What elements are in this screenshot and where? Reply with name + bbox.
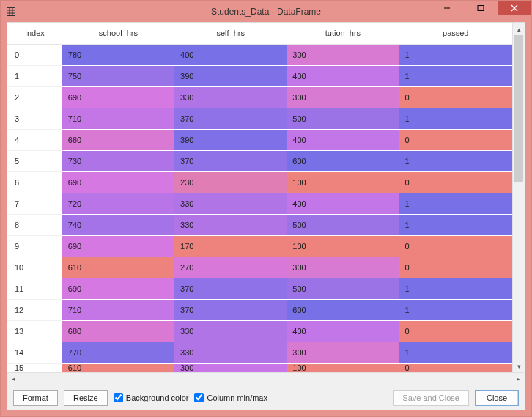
index-cell[interactable]: 1 [7, 65, 62, 86]
scroll-track[interactable] [513, 35, 525, 360]
titlebar[interactable]: Students_Data - DataFrame [1, 1, 531, 22]
data-cell[interactable]: 400 [287, 193, 399, 214]
data-cell[interactable]: 330 [174, 193, 287, 214]
table-row[interactable]: 87403305001 [7, 214, 512, 235]
table-row[interactable]: 136803304000 [7, 320, 512, 342]
data-cell[interactable]: 170 [174, 235, 287, 257]
index-cell[interactable]: 14 [7, 342, 62, 363]
index-cell[interactable]: 3 [7, 108, 62, 129]
table-row[interactable]: 17503904001 [7, 65, 512, 86]
data-cell[interactable]: 300 [174, 363, 287, 372]
data-cell[interactable]: 270 [174, 257, 287, 278]
data-cell[interactable]: 300 [287, 86, 399, 108]
data-cell[interactable]: 690 [62, 86, 174, 108]
data-cell[interactable]: 500 [287, 214, 399, 235]
col-header-self_hrs[interactable]: self_hrs [174, 23, 287, 44]
data-cell[interactable]: 710 [62, 299, 174, 320]
data-cell[interactable]: 0 [399, 171, 512, 193]
data-cell[interactable]: 1 [399, 108, 512, 129]
data-cell[interactable]: 500 [287, 278, 399, 299]
data-cell[interactable]: 0 [399, 129, 512, 150]
data-cell[interactable]: 1 [399, 342, 512, 363]
data-cell[interactable]: 400 [287, 65, 399, 86]
data-cell[interactable]: 1 [399, 65, 512, 86]
data-cell[interactable]: 370 [174, 108, 287, 129]
data-cell[interactable]: 100 [287, 235, 399, 257]
data-cell[interactable]: 750 [62, 65, 174, 86]
table-row[interactable]: 106102703000 [7, 257, 512, 278]
data-cell[interactable]: 390 [174, 129, 287, 150]
index-cell[interactable]: 2 [7, 86, 62, 108]
data-cell[interactable]: 1 [399, 193, 512, 214]
data-cell[interactable]: 780 [62, 44, 174, 65]
table-scroll[interactable]: Index school_hrs self_hrs tution_hrs pas… [7, 23, 512, 372]
index-cell[interactable]: 12 [7, 299, 62, 320]
data-cell[interactable]: 100 [287, 363, 399, 372]
data-cell[interactable]: 300 [287, 257, 399, 278]
data-cell[interactable]: 740 [62, 214, 174, 235]
index-cell[interactable]: 11 [7, 278, 62, 299]
col-header-passed[interactable]: passed [399, 23, 512, 44]
index-cell[interactable]: 10 [7, 257, 62, 278]
scroll-thumb[interactable] [514, 35, 523, 182]
data-cell[interactable]: 390 [174, 65, 287, 86]
data-cell[interactable]: 600 [287, 150, 399, 171]
table-row[interactable]: 26903303000 [7, 86, 512, 108]
table-row[interactable]: 96901701000 [7, 235, 512, 257]
maximize-button[interactable] [464, 1, 498, 15]
data-cell[interactable]: 1 [399, 278, 512, 299]
data-cell[interactable]: 610 [62, 257, 174, 278]
data-cell[interactable]: 330 [174, 320, 287, 342]
scroll-up-icon[interactable]: ▴ [513, 23, 525, 35]
scroll-right-icon[interactable]: ▸ [512, 373, 525, 385]
index-cell[interactable]: 7 [7, 193, 62, 214]
table-row[interactable]: 147703303001 [7, 342, 512, 363]
table-row[interactable]: 127103706001 [7, 299, 512, 320]
data-cell[interactable]: 0 [399, 235, 512, 257]
index-cell[interactable]: 8 [7, 214, 62, 235]
table-row[interactable]: 116903705001 [7, 278, 512, 299]
data-cell[interactable]: 690 [62, 235, 174, 257]
table-row[interactable]: 07804003001 [7, 44, 512, 65]
table-row[interactable]: 77203304001 [7, 193, 512, 214]
table-row[interactable]: 66902301000 [7, 171, 512, 193]
index-cell[interactable]: 15 [7, 363, 62, 372]
data-cell[interactable]: 770 [62, 342, 174, 363]
column-minmax-checkbox[interactable]: Column min/max [194, 393, 267, 402]
index-cell[interactable]: 9 [7, 235, 62, 257]
data-cell[interactable]: 1 [399, 44, 512, 65]
data-cell[interactable]: 300 [287, 44, 399, 65]
hscroll-track[interactable] [20, 373, 512, 385]
data-cell[interactable]: 330 [174, 86, 287, 108]
resize-button[interactable]: Resize [64, 390, 108, 406]
index-cell[interactable]: 5 [7, 150, 62, 171]
col-header-tution_hrs[interactable]: tution_hrs [287, 23, 399, 44]
data-cell[interactable]: 500 [287, 108, 399, 129]
data-cell[interactable]: 0 [399, 86, 512, 108]
data-cell[interactable]: 600 [287, 299, 399, 320]
data-cell[interactable]: 0 [399, 363, 512, 372]
table-row[interactable]: 46803904000 [7, 129, 512, 150]
data-cell[interactable]: 370 [174, 150, 287, 171]
minimize-button[interactable] [430, 1, 464, 15]
data-cell[interactable]: 1 [399, 299, 512, 320]
close-button[interactable]: Close [475, 390, 519, 406]
data-cell[interactable]: 680 [62, 320, 174, 342]
index-cell[interactable]: 0 [7, 44, 62, 65]
index-cell[interactable]: 6 [7, 171, 62, 193]
data-cell[interactable]: 0 [399, 257, 512, 278]
data-cell[interactable]: 300 [287, 342, 399, 363]
table-row[interactable]: 37103705001 [7, 108, 512, 129]
data-cell[interactable]: 710 [62, 108, 174, 129]
data-cell[interactable]: 1 [399, 214, 512, 235]
data-cell[interactable]: 370 [174, 278, 287, 299]
scroll-down-icon[interactable]: ▾ [513, 360, 525, 372]
data-cell[interactable]: 330 [174, 342, 287, 363]
data-cell[interactable]: 100 [287, 171, 399, 193]
data-cell[interactable]: 330 [174, 214, 287, 235]
horizontal-scrollbar[interactable]: ◂ ▸ [7, 372, 525, 385]
header-row[interactable]: Index school_hrs self_hrs tution_hrs pas… [7, 23, 512, 44]
data-cell[interactable]: 720 [62, 193, 174, 214]
vertical-scrollbar[interactable]: ▴ ▾ [512, 23, 525, 372]
data-cell[interactable]: 370 [174, 299, 287, 320]
